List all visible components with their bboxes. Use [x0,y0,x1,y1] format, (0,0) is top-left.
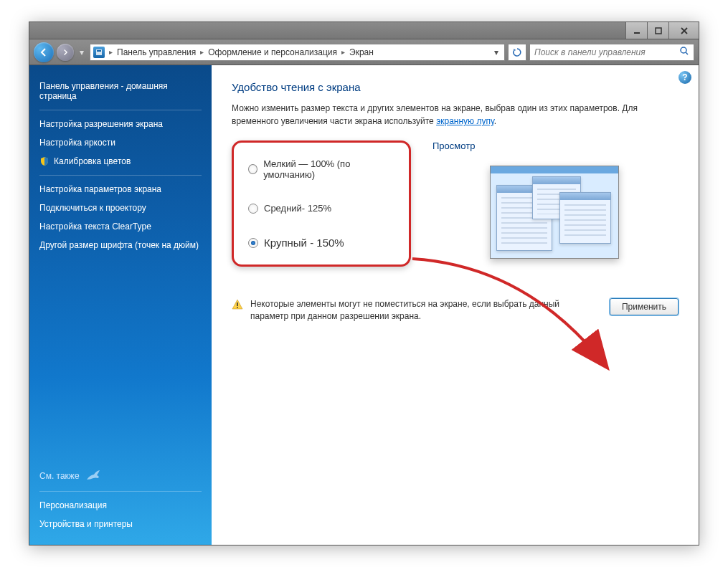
forward-button[interactable] [57,44,74,61]
breadcrumb-item[interactable]: Панель управления [115,47,197,57]
see-also-personalization[interactable]: Персонализация [39,496,202,515]
apply-button[interactable]: Применить [610,298,679,315]
sidebar-link-cleartype[interactable]: Настройка текста ClearType [39,217,202,236]
see-also-heading: См. также [39,470,202,482]
svg-rect-5 [237,302,238,306]
text-size-options: Мелкий — 100% (по умолчанию) Средний- 12… [232,140,411,267]
radio-option-medium[interactable]: Средний- 125% [248,191,394,225]
svg-rect-0 [634,32,640,34]
chevron-right-icon: ▸ [199,48,205,56]
warning-text: Некоторые элементы могут не поместиться … [250,298,591,323]
shield-icon [39,156,49,166]
sidebar-link-display-settings[interactable]: Настройка параметров экрана [39,180,202,199]
sidebar-link-resolution[interactable]: Настройка разрешения экрана [39,115,202,133]
breadcrumb[interactable]: ▸ Панель управления ▸ Оформление и персо… [90,44,505,61]
breadcrumb-item[interactable]: Оформление и персонализация [207,47,339,57]
navigation-bar: ▾ ▸ Панель управления ▸ Оформление и пер… [29,39,699,65]
bird-icon [85,470,101,482]
sidebar-link-brightness[interactable]: Настройка яркости [39,133,202,152]
sidebar-link-projector[interactable]: Подключиться к проектору [39,199,202,217]
radio-option-small[interactable]: Мелкий — 100% (по умолчанию) [248,156,394,191]
magnifier-link[interactable]: экранную лупу [436,116,494,126]
page-description: Можно изменить размер текста и других эл… [232,102,679,128]
page-title: Удобство чтения с экрана [232,81,679,93]
radio-label: Средний- 125% [264,203,331,214]
search-box[interactable] [529,44,694,61]
minimize-button[interactable] [625,22,647,39]
chevron-right-icon: ▸ [108,48,114,56]
search-input[interactable] [534,47,679,57]
radio-icon [248,164,257,174]
control-panel-window: ▾ ▸ Панель управления ▸ Оформление и пер… [29,22,699,545]
sidebar: Панель управления - домашняя страница На… [29,65,212,545]
svg-rect-3 [97,50,101,52]
breadcrumb-item[interactable]: Экран [348,47,375,57]
titlebar [29,22,699,39]
warning-icon [232,299,243,310]
breadcrumb-dropdown[interactable]: ▾ [491,47,501,57]
sidebar-link-dpi[interactable]: Другой размер шрифта (точек на дюйм) [39,236,202,254]
svg-point-4 [681,47,686,53]
control-panel-icon [93,47,105,58]
chevron-right-icon: ▸ [340,48,346,56]
svg-rect-6 [237,307,238,308]
preview-label: Просмотр [432,140,679,151]
sidebar-link-label: Калибровка цветов [54,156,131,166]
radio-icon [248,204,258,214]
content-area: ? Удобство чтения с экрана Можно изменит… [212,65,699,545]
preview-image [490,166,619,259]
help-icon[interactable]: ? [679,71,691,84]
sidebar-link-calibrate[interactable]: Калибровка цветов [39,152,202,171]
search-icon [679,46,689,58]
maximize-button[interactable] [647,22,668,39]
radio-label: Мелкий — 100% (по умолчанию) [263,158,394,180]
svg-rect-1 [656,28,661,34]
radio-option-large[interactable]: Крупный - 150% [248,225,394,252]
back-button[interactable] [34,42,54,62]
sidebar-home-link[interactable]: Панель управления - домашняя страница [39,77,202,105]
nav-history-dropdown[interactable]: ▾ [77,42,87,62]
close-button[interactable] [668,22,699,39]
radio-icon [248,238,258,248]
refresh-button[interactable] [508,44,526,61]
radio-label: Крупный - 150% [264,237,344,249]
see-also-devices[interactable]: Устройства и принтеры [39,515,202,533]
